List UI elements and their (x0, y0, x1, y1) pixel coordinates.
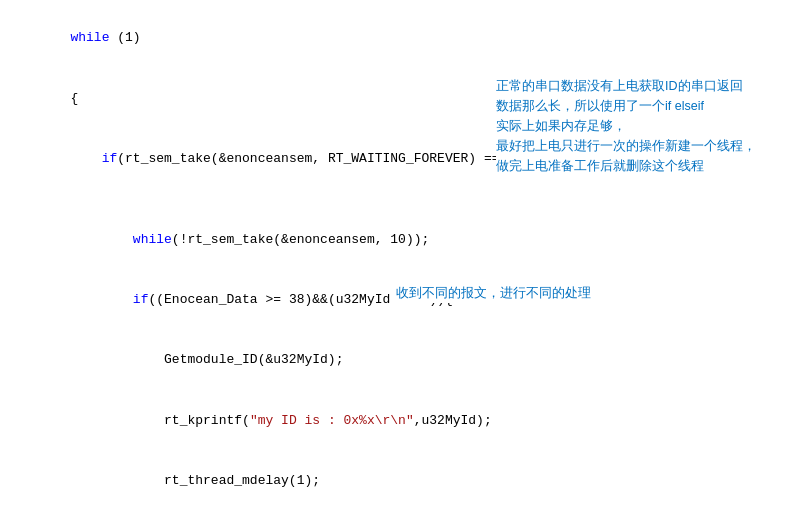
indent (70, 352, 164, 367)
code-wrapper: 正常的串口数据没有上电获取ID的串口返回 数据那么长，所以使用了一个if els… (8, 8, 795, 511)
code-line-9: rt_thread_mdelay(1); (8, 451, 795, 511)
code-text: { (70, 91, 78, 106)
annotation-1: 正常的串口数据没有上电获取ID的串口返回 数据那么长，所以使用了一个if els… (496, 76, 803, 176)
code-line-1: while (1) (8, 8, 795, 68)
indent (70, 473, 164, 488)
code-text: rt_thread_mdelay(1); (164, 473, 320, 488)
keyword-if: if (133, 292, 149, 307)
code-text: Getmodule_ID(&u32MyId); (164, 352, 343, 367)
string-literal: "my ID is : 0x%x\r\n" (250, 413, 414, 428)
keyword-while: while (133, 232, 172, 247)
keyword-while: while (70, 30, 109, 45)
code-line-4 (8, 189, 795, 209)
indent (70, 151, 101, 166)
indent (70, 413, 164, 428)
code-line-5: while(!rt_sem_take(&enonceansem, 10)); (8, 209, 795, 269)
code-line-8: rt_kprintf("my ID is : 0x%x\r\n",u32MyId… (8, 391, 795, 451)
code-text: ,u32MyId); (414, 413, 492, 428)
func-name: rt_kprintf( (164, 413, 250, 428)
indent (70, 292, 132, 307)
code-text: (!rt_sem_take(&enonceansem, 10)); (172, 232, 429, 247)
code-text: (1) (109, 30, 140, 45)
annotation-2: 收到不同的报文，进行不同的处理 (396, 283, 656, 303)
code-line-7: Getmodule_ID(&u32MyId); (8, 330, 795, 390)
indent (70, 232, 132, 247)
code-container: 正常的串口数据没有上电获取ID的串口返回 数据那么长，所以使用了一个if els… (0, 4, 803, 511)
keyword-if: if (102, 151, 118, 166)
